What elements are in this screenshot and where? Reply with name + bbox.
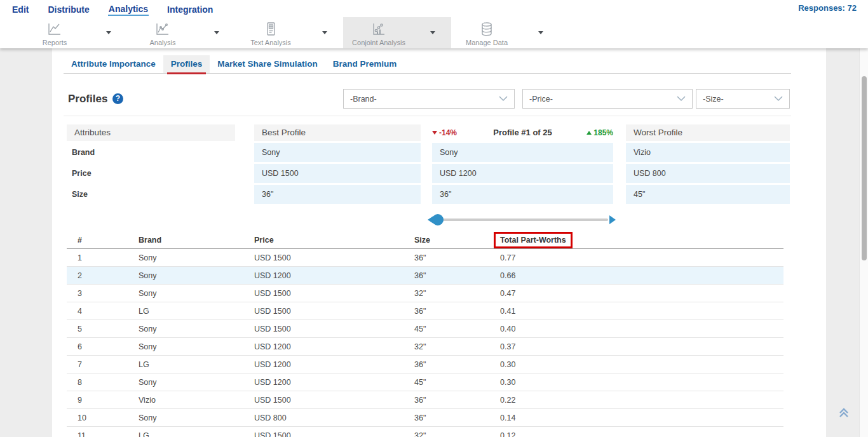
table-cell: USD 1500	[254, 396, 414, 405]
table-row[interactable]: 2SonyUSD 120036"0.66	[67, 267, 783, 285]
content-card: Attribute ImportanceProfilesMarket Share…	[52, 48, 826, 437]
toolbar-dropdown-analysis[interactable]	[198, 17, 235, 48]
table-cell: LG	[139, 307, 254, 316]
toolbar-group-text-analysis: Text Analysis	[235, 17, 343, 48]
slider-next-arrow-icon[interactable]	[609, 215, 616, 224]
responses-count: Responses: 72	[798, 3, 857, 13]
table-cell: 0.37	[500, 342, 783, 351]
table-header-row: #BrandPriceSizeTotal Part-Worths	[67, 231, 783, 249]
attributes-column: Attributes BrandPriceSize	[67, 124, 235, 204]
scrollbar-thumb[interactable]	[862, 76, 867, 260]
table-cell: 0.30	[500, 378, 783, 387]
price-filter-dropdown[interactable]: -Price-	[522, 89, 693, 109]
current-profile-header: -14% Profile #1 of 25 185%	[432, 124, 613, 141]
slider-handle[interactable]	[432, 214, 444, 225]
help-icon[interactable]: ?	[112, 93, 123, 104]
worst-profile-value: USD 800	[626, 164, 790, 183]
table-cell: 0.12	[500, 431, 783, 437]
current-profile-title: Profile #1 of 25	[432, 124, 613, 141]
toolbar-item-analysis[interactable]: Analysis	[127, 17, 198, 48]
caret-down-icon	[430, 31, 435, 34]
table-cell: 2	[78, 271, 139, 280]
toolbar-dropdown-reports[interactable]	[90, 17, 127, 48]
attribute-label: Brand	[67, 143, 235, 162]
table-cell: 0.66	[500, 271, 783, 280]
size-filter-dropdown[interactable]: -Size-	[696, 89, 790, 109]
scroll-to-top-button[interactable]	[835, 404, 853, 422]
price-filter-value: -Price-	[529, 95, 677, 104]
table-row[interactable]: 11LGUSD 150032"0.12	[67, 427, 783, 437]
vertical-scrollbar	[859, 0, 868, 437]
current-profile-column: -14% Profile #1 of 25 185% SonyUSD 12003…	[432, 124, 613, 204]
analytics-toolbar: ReportsAnalysisText AnalysisConjoint Ana…	[0, 17, 868, 48]
toolbar-group-reports: Reports	[19, 17, 127, 48]
slider-track[interactable]	[438, 218, 608, 221]
table-cell: USD 1500	[254, 253, 414, 262]
nav-item-distribute[interactable]: Distribute	[47, 3, 90, 15]
nav-item-integration[interactable]: Integration	[166, 3, 214, 15]
chevron-down-icon	[774, 96, 783, 102]
toolbar-item-conjoint-analysis[interactable]: Conjoint Analysis	[343, 17, 414, 48]
tab-market-share-simulation[interactable]: Market Share Simulation	[210, 55, 325, 73]
table-cell: 32"	[414, 289, 500, 298]
worst-profile-value: Vizio	[626, 143, 790, 162]
table-row[interactable]: 10SonyUSD 80036"0.14	[67, 409, 783, 427]
attributes-header: Attributes	[67, 124, 235, 141]
table-row[interactable]: 5SonyUSD 150045"0.40	[67, 320, 783, 338]
table-cell: Sony	[139, 342, 254, 351]
tab-brand-premium[interactable]: Brand Premium	[325, 55, 405, 73]
column-header-size: Size	[414, 236, 500, 245]
table-cell: 11	[78, 431, 139, 437]
brand-filter-dropdown[interactable]: -Brand-	[343, 89, 515, 109]
toolbar-group-manage-data: Manage Data	[451, 17, 559, 48]
page-title: Profiles	[68, 93, 107, 105]
best-profile-column: Best Profile SonyUSD 150036"	[254, 124, 421, 204]
toolbar-group-analysis: Analysis	[127, 17, 235, 48]
nav-item-edit[interactable]: Edit	[11, 3, 29, 15]
toolbar-item-text-analysis[interactable]: Text Analysis	[235, 17, 306, 48]
title-divider	[64, 116, 791, 116]
toolbar-item-reports[interactable]: Reports	[19, 17, 90, 48]
toolbar-item-label: Reports	[43, 39, 67, 46]
toolbar-dropdown-manage-data[interactable]	[522, 17, 559, 48]
nav-item-analytics[interactable]: Analytics	[108, 2, 149, 16]
current-profile-value: Sony	[432, 143, 613, 162]
top-nav-items: EditDistributeAnalyticsIntegration	[0, 2, 214, 16]
current-profile-value: USD 1200	[432, 164, 613, 183]
table-row[interactable]: 9VizioUSD 150036"0.22	[67, 391, 783, 409]
table-row[interactable]: 6SonyUSD 120032"0.37	[67, 338, 783, 356]
current-profile-value: 36"	[432, 185, 613, 204]
table-row[interactable]: 8SonyUSD 120045"0.30	[67, 373, 783, 391]
toolbar-item-manage-data[interactable]: Manage Data	[451, 17, 522, 48]
toolbar-dropdown-conjoint-analysis[interactable]	[414, 17, 451, 48]
worst-profile-column: Worst Profile VizioUSD 80045"	[626, 124, 790, 204]
table-row[interactable]: 7LGUSD 120036"0.30	[67, 356, 783, 373]
tab-profiles[interactable]: Profiles	[163, 55, 210, 73]
table-cell: Vizio	[139, 396, 254, 405]
best-profile-header: Best Profile	[254, 124, 421, 141]
table-row[interactable]: 3SonyUSD 150032"0.47	[67, 285, 783, 302]
table-cell: LG	[139, 360, 254, 369]
table-cell: Sony	[139, 325, 254, 333]
table-cell: 36"	[414, 271, 500, 280]
table-cell: 0.47	[500, 289, 783, 298]
table-cell: 3	[78, 289, 139, 298]
caret-down-icon	[214, 31, 219, 34]
analysis-chart-icon	[154, 21, 171, 37]
table-row[interactable]: 1SonyUSD 150036"0.77	[67, 249, 783, 267]
table-cell: 4	[78, 307, 139, 316]
column-header-total-part-worths: Total Part-Worths	[500, 232, 783, 248]
tab-attribute-importance[interactable]: Attribute Importance	[64, 55, 163, 73]
table-cell: 0.22	[500, 396, 783, 405]
toolbar-dropdown-text-analysis[interactable]	[306, 17, 343, 48]
caret-down-icon	[322, 31, 327, 34]
table-cell: 0.77	[500, 253, 783, 262]
table-cell: 1	[78, 253, 139, 262]
table-cell: 0.30	[500, 360, 783, 369]
annotation-box: Total Part-Worths	[494, 232, 573, 248]
table-cell: 36"	[414, 396, 500, 405]
table-row[interactable]: 4LGUSD 150036"0.41	[67, 302, 783, 320]
text-analysis-icon	[262, 21, 279, 37]
table-cell: 0.14	[500, 413, 783, 422]
table-cell: Sony	[139, 271, 254, 280]
